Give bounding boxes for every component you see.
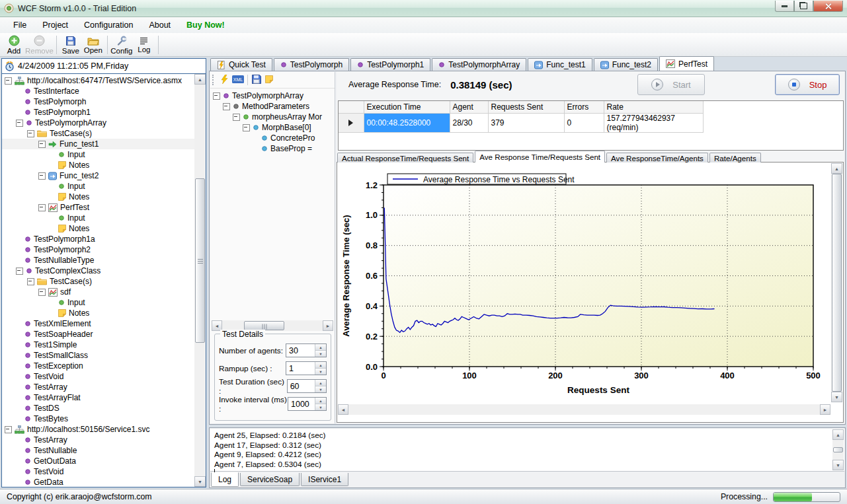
chart-tab-ave-response-time-requests-sent[interactable]: Ave Response Time/Requests Sent	[475, 151, 605, 162]
collapse-expander-icon[interactable]	[16, 120, 23, 127]
tree-item-input[interactable]: Input	[2, 149, 194, 160]
tree-item-http-localhost-64747-testws-service-asmx[interactable]: http://localhost:64747/TestWS/Service.as…	[2, 75, 194, 86]
menu-item-about[interactable]: About	[141, 18, 179, 32]
field-value[interactable]: 30	[286, 344, 315, 357]
field-value[interactable]: 1	[286, 362, 315, 375]
log-output-box[interactable]: Agent 25, Elapsed: 0.2184 (sec)Agent 17,…	[210, 429, 844, 472]
collapse-expander-icon[interactable]	[223, 103, 230, 110]
chart-tab-ave-responsetime-agents[interactable]: Ave ResponseTime/Agents	[606, 153, 708, 162]
tree-item-testnullable[interactable]: TestNullable	[2, 445, 194, 456]
tree-item-concretepro[interactable]: ConcretePro	[210, 133, 335, 143]
test-duration-sec-input[interactable]: 60▲▼	[287, 379, 327, 393]
menu-item-project[interactable]: Project	[34, 18, 76, 32]
grid-column-errors[interactable]: Errors	[564, 101, 604, 113]
collapse-expander-icon[interactable]	[213, 92, 220, 100]
tree-item-testpolymorph2[interactable]: TestPolymorph2	[2, 244, 194, 255]
run-button[interactable]	[220, 75, 229, 86]
tree-item-testcase-s-[interactable]: TestCase(s)	[2, 276, 194, 287]
tree-item-testpolymorph1[interactable]: TestPolymorph1	[2, 107, 194, 118]
tab-testpolymorph1[interactable]: TestPolymorph1	[350, 58, 430, 71]
log-tab-iservice1[interactable]: IService1	[301, 473, 348, 486]
view-xml-button[interactable]: XML	[232, 75, 244, 85]
collapse-expander-icon[interactable]	[38, 204, 46, 211]
scroll-thumb[interactable]	[833, 447, 843, 452]
tree-item-notes[interactable]: Notes	[2, 308, 194, 318]
service-tree-scrollbar[interactable]: ▲▼	[194, 74, 206, 487]
collapse-expander-icon[interactable]	[5, 77, 12, 85]
tree-item-notes[interactable]: Notes	[2, 192, 194, 202]
tab-quick-test[interactable]: Quick Test	[210, 58, 272, 71]
tree-item-morpheusarray-mor[interactable]: morpheusArray Mor	[210, 112, 335, 122]
tree-item-func-test2[interactable]: Func_test2	[2, 170, 194, 181]
grid-cell[interactable]: 0	[564, 113, 604, 132]
rampup-sec-input[interactable]: 1▲▼	[286, 361, 327, 375]
tree-item-http-localhost-50156-service1-svc[interactable]: http://localhost:50156/Service1.svc	[2, 424, 194, 435]
grid-cell[interactable]: 157.277943462937 (req/min)	[604, 113, 703, 132]
tree-item-testarrayflat[interactable]: TestArrayFlat	[2, 392, 194, 403]
spinner-down-icon[interactable]: ▼	[315, 404, 326, 410]
tree-item-testnullabletype[interactable]: TestNullableType	[2, 255, 194, 266]
notes-button[interactable]	[265, 75, 273, 85]
minimize-button[interactable]	[775, 1, 794, 12]
tab-testpolymorpharray[interactable]: TestPolymorphArray	[432, 58, 526, 71]
remove-button[interactable]: Remove	[25, 34, 54, 55]
save-button[interactable]: Save	[60, 34, 82, 55]
field-value[interactable]: 60	[288, 380, 315, 392]
tree-item-perftest[interactable]: PerfTest	[2, 202, 194, 213]
chart-tab-rate-agents[interactable]: Rate/Agents	[709, 153, 761, 162]
collapse-expander-icon[interactable]	[27, 130, 34, 137]
tree-item-getdata[interactable]: GetData	[2, 477, 194, 487]
tree-item-input[interactable]: Input	[2, 213, 194, 223]
tree-item-getoutdata[interactable]: GetOutData	[2, 456, 194, 466]
grid-column-agent[interactable]: Agent	[450, 101, 488, 113]
stop-button[interactable]: Stop	[775, 74, 840, 95]
log-button[interactable]: Log	[133, 34, 155, 55]
tree-item-testsmallclass[interactable]: TestSmallClass	[2, 350, 194, 361]
tree-item-testcase-s-[interactable]: TestCase(s)	[2, 128, 194, 139]
tree-item-testcomplexclass[interactable]: TestComplexClass	[2, 266, 194, 276]
tree-item-testds[interactable]: TestDS	[2, 403, 194, 414]
collapse-expander-icon[interactable]	[38, 141, 46, 148]
tab-func-test2[interactable]: Func_test2	[594, 58, 658, 71]
tree-item-testpolymorph1a[interactable]: TestPolymorph1a	[2, 234, 194, 244]
field-value[interactable]: 1000	[288, 398, 315, 410]
tree-item-testsoapheader[interactable]: TestSoapHeader	[2, 329, 194, 340]
scroll-down-icon[interactable]: ▼	[831, 392, 842, 402]
tree-item-sdf[interactable]: sdf	[2, 287, 194, 297]
spinner-up-icon[interactable]: ▲	[315, 344, 326, 351]
log-tab-log[interactable]: Log	[211, 472, 239, 487]
spinner-down-icon[interactable]: ▼	[315, 369, 326, 375]
save-test-button[interactable]	[251, 74, 262, 87]
maximize-button[interactable]	[794, 1, 813, 12]
spinner-up-icon[interactable]: ▲	[315, 398, 326, 404]
scroll-down-icon[interactable]: ▼	[194, 476, 206, 487]
tree-item-input[interactable]: Input	[2, 297, 194, 308]
tree-item-testvoid[interactable]: TestVoid	[2, 371, 194, 382]
tree-item-testxmlelement[interactable]: TestXmlElement	[2, 318, 194, 329]
grid-column-requests-sent[interactable]: Requests Sent	[488, 101, 564, 113]
spinner-down-icon[interactable]: ▼	[315, 386, 326, 392]
collapse-expander-icon[interactable]	[5, 426, 12, 433]
titlebar[interactable]: WCF Storm v1.0.0 - Trial Edition	[0, 0, 847, 17]
menu-item-configuration[interactable]: Configuration	[76, 18, 141, 32]
tab-perftest[interactable]: PerfTest	[659, 56, 714, 71]
tree-item-morphbase-0-[interactable]: MorphBase[0]	[210, 122, 335, 133]
log-tab-servicesoap[interactable]: ServiceSoap	[240, 473, 300, 486]
scroll-right-icon[interactable]: ►	[323, 320, 333, 331]
log-scrollbar[interactable]: ▲▼	[832, 429, 844, 470]
scroll-thumb[interactable]	[195, 178, 205, 343]
tree-item-methodparameters[interactable]: MethodParameters	[210, 101, 335, 112]
chart-hscrollbar[interactable]: ◄►	[338, 404, 830, 415]
tree-item-func-test1[interactable]: Func_test1	[2, 139, 194, 149]
spinner-down-icon[interactable]: ▼	[315, 351, 326, 357]
tree-item-test1simple[interactable]: Test1Simple	[2, 340, 194, 350]
add-button[interactable]: Add	[3, 34, 25, 55]
tree-item-testpolymorph[interactable]: TestPolymorph	[2, 96, 194, 107]
chart-tab-actual-responsetime-requests-sent[interactable]: Actual ResponseTime/Requests Sent	[337, 153, 473, 162]
tree-item-notes[interactable]: Notes	[2, 160, 194, 170]
open-button[interactable]: Open	[82, 34, 104, 55]
collapse-expander-icon[interactable]	[38, 172, 46, 180]
chart-vscrollbar[interactable]: ▲▼	[831, 163, 842, 402]
grid-cell[interactable]: 28/30	[450, 113, 488, 132]
tree-item-testinterface[interactable]: TestInterface	[2, 86, 194, 96]
